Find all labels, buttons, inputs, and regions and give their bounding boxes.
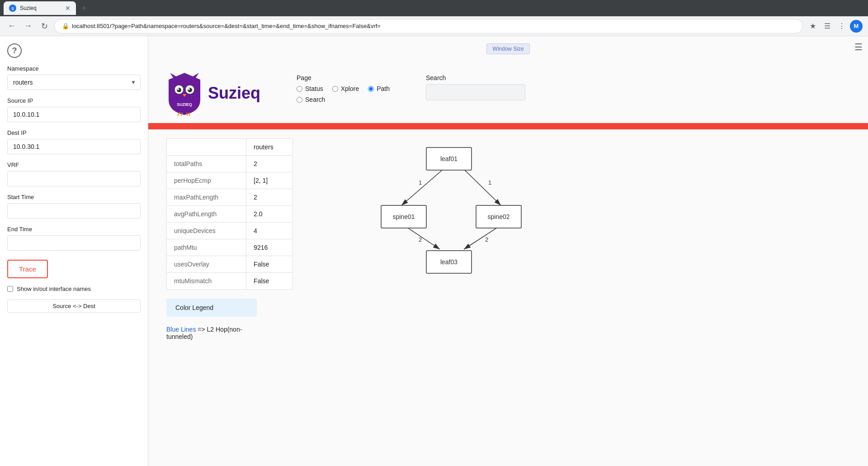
svg-point-6 — [177, 88, 179, 90]
page-label: Page — [297, 74, 390, 81]
data-table: routers totalPaths2perHopEcmp[2, 1]maxPa… — [166, 138, 293, 290]
svg-point-4 — [177, 88, 181, 92]
radio-xplore-input[interactable] — [332, 86, 338, 92]
dest-ip-input[interactable] — [7, 139, 141, 154]
table-row: perHopEcmp[2, 1] — [167, 172, 293, 189]
browser-tab[interactable]: S Suzieq ✕ — [4, 1, 76, 15]
source-dest-button[interactable]: Source <-> Dest — [7, 300, 141, 313]
table-cell-value: 2 — [246, 156, 293, 172]
toolbar-icons: ★ ☰ ⋮ M — [807, 20, 863, 33]
table-row: mtuMismatchFalse — [167, 273, 293, 290]
radio-xplore-label: Xplore — [341, 85, 359, 92]
show-ifnames-row: Show in/out interface names — [7, 285, 141, 292]
legend-blue-desc: => L2 Hop(non- — [198, 326, 242, 333]
edge-label-1b: 1 — [488, 179, 491, 186]
search-section: Search — [426, 74, 525, 100]
namespace-select[interactable]: routers default — [7, 75, 141, 90]
edge-label-2a: 2 — [419, 236, 422, 243]
radio-path-label: Path — [377, 85, 390, 92]
edge-spine02-leaf03 — [464, 227, 499, 249]
table-cell-key: avgPathLength — [167, 206, 246, 223]
url-text: localhost:8501/?page=Path&namespace=rout… — [72, 23, 795, 29]
table-cell-value: [2, 1] — [246, 172, 293, 189]
end-time-label: End Time — [7, 226, 141, 233]
table-cell-key: uniqueDevices — [167, 223, 246, 239]
source-ip-input[interactable] — [7, 107, 141, 122]
vrf-label: VRF — [7, 162, 141, 168]
table-row: uniqueDevices4 — [167, 223, 293, 239]
radio-path[interactable]: Path — [368, 85, 390, 92]
legend-blue-lines: Blue Lines — [166, 326, 196, 333]
svg-point-5 — [188, 88, 192, 92]
svg-text:S: S — [11, 6, 14, 11]
radio-status-input[interactable] — [297, 86, 302, 92]
start-time-field-group: Start Time — [7, 194, 141, 219]
profile-button[interactable]: M — [850, 20, 863, 33]
color-legend-section: Color Legend Blue Lines => L2 Hop(non- t… — [148, 299, 868, 349]
bookmark-button[interactable]: ★ — [807, 20, 819, 33]
table-cell-key: perHopEcmp — [167, 172, 246, 189]
table-cell-value: False — [246, 256, 293, 273]
namespace-label: Namespace — [7, 65, 141, 72]
window-size-hint: Window Size — [486, 43, 529, 54]
table-header-namespace: routers — [246, 139, 293, 156]
source-ip-field-group: Source IP — [7, 97, 141, 122]
show-ifnames-label: Show in/out interface names — [17, 285, 91, 292]
node-leaf03-label: leaf03 — [440, 258, 458, 266]
table-header-empty — [167, 139, 246, 156]
show-ifnames-checkbox[interactable] — [7, 286, 13, 292]
radio-search[interactable]: Search — [297, 96, 325, 103]
address-bar[interactable]: 🔒 localhost:8501/?page=Path&namespace=ro… — [54, 19, 803, 33]
menu-button[interactable]: ⋮ — [835, 20, 848, 33]
graph-svg: 1 1 2 2 leaf01 spine01 — [311, 138, 591, 279]
table-cell-value: 2.0 — [246, 206, 293, 223]
radio-group-2: Search — [297, 96, 390, 103]
browser-chrome: S Suzieq ✕ + ← → ↻ 🔒 localhost:8501/?pag… — [0, 0, 868, 36]
start-time-label: Start Time — [7, 194, 141, 200]
edge-spine01-leaf03 — [406, 227, 440, 249]
new-tab-button[interactable]: + — [78, 3, 90, 14]
sidebar: ? Namespace routers default ▼ Source IP … — [0, 36, 148, 466]
reload-button[interactable]: ↻ — [38, 20, 51, 33]
radio-status[interactable]: Status — [297, 85, 323, 92]
table-cell-key: usesOverlay — [167, 256, 246, 273]
start-time-input[interactable] — [7, 203, 141, 219]
node-spine01-label: spine01 — [392, 213, 415, 220]
back-button[interactable]: ← — [5, 20, 18, 33]
table-cell-value: 9216 — [246, 239, 293, 256]
header-section: SUZIEQ Suzieq Page Status Xplore — [148, 62, 868, 116]
main-content: Window Size — [148, 36, 868, 466]
radio-xplore[interactable]: Xplore — [332, 85, 359, 92]
color-legend-box: Color Legend — [166, 299, 257, 317]
color-legend-title: Color Legend — [175, 304, 248, 311]
table-cell-key: mtuMismatch — [167, 273, 246, 290]
lock-icon: 🔒 — [62, 23, 69, 29]
radio-path-input[interactable] — [368, 86, 374, 92]
table-cell-value: 2 — [246, 189, 293, 206]
hamburger-menu[interactable]: ☰ — [854, 42, 863, 52]
radio-group: Status Xplore Path — [297, 85, 390, 92]
table-cell-value: 4 — [246, 223, 293, 239]
table-row: totalPaths2 — [167, 156, 293, 172]
red-divider — [148, 123, 868, 129]
browser-titlebar: S Suzieq ✕ + — [0, 0, 868, 16]
browser-toolbar: ← → ↻ 🔒 localhost:8501/?page=Path&namesp… — [0, 16, 868, 36]
content-area: routers totalPaths2perHopEcmp[2, 1]maxPa… — [148, 129, 868, 299]
table-row: usesOverlayFalse — [167, 256, 293, 273]
extensions-button[interactable]: ☰ — [821, 20, 834, 33]
trace-button[interactable]: Trace — [7, 260, 48, 278]
vrf-field-group: VRF — [7, 162, 141, 186]
legend-blue-desc2: tunneled) — [166, 333, 193, 340]
logo-title: Suzieq — [208, 84, 260, 103]
table-cell-key: pathMtu — [167, 239, 246, 256]
tab-close-button[interactable]: ✕ — [65, 5, 71, 12]
table-cell-key: totalPaths — [167, 156, 246, 172]
vrf-input[interactable] — [7, 171, 141, 186]
forward-button[interactable]: → — [22, 20, 34, 33]
end-time-input[interactable] — [7, 235, 141, 251]
logo-area: SUZIEQ Suzieq — [166, 71, 260, 116]
svg-text:SUZIEQ: SUZIEQ — [177, 102, 192, 107]
help-icon[interactable]: ? — [7, 43, 22, 58]
radio-search-input[interactable] — [297, 97, 302, 103]
search-input[interactable] — [426, 84, 525, 100]
